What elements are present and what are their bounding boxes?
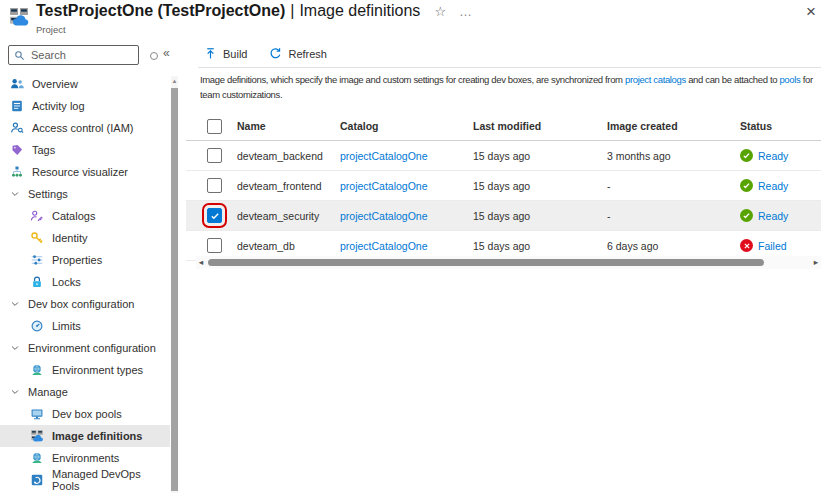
status-link[interactable]: Ready	[758, 150, 788, 162]
more-icon[interactable]: …	[459, 4, 473, 19]
sidebar-item-managed-devops-pools[interactable]: Managed DevOps Pools	[0, 469, 170, 491]
column-header-last-modified[interactable]: Last modified	[473, 120, 607, 132]
row-checkbox-checked[interactable]	[207, 208, 222, 223]
catalog-link[interactable]: projectCatalogOne	[340, 240, 428, 252]
status-link[interactable]: Ready	[758, 180, 788, 192]
circle-icon[interactable]	[150, 52, 158, 60]
chevron-down-icon	[10, 189, 20, 199]
sidebar-item-locks[interactable]: Locks	[0, 271, 170, 293]
row-checkbox[interactable]	[207, 238, 222, 253]
favorite-icon[interactable]: ☆	[434, 4, 446, 19]
cell-name: devteam_frontend	[237, 180, 340, 192]
sidebar-section-label: Environment configuration	[28, 342, 156, 354]
horizontal-scrollbar[interactable]: ◄ ►	[196, 256, 821, 269]
sidebar-item-label: Identity	[52, 232, 87, 244]
column-header-image-created[interactable]: Image created	[607, 120, 740, 132]
column-header-status[interactable]: Status	[740, 120, 821, 132]
collapse-menu-icon[interactable]: «	[163, 46, 170, 60]
project-catalogs-link[interactable]: project catalogs	[625, 74, 686, 85]
sidebar-item-activity-log[interactable]: Activity log	[0, 95, 170, 117]
command-bar: Build Refresh	[204, 40, 327, 67]
globe-icon	[30, 363, 44, 377]
catalog-link[interactable]: projectCatalogOne	[340, 180, 428, 192]
catalog-link[interactable]: projectCatalogOne	[340, 210, 428, 222]
sidebar-item-resource-visualizer[interactable]: Resource visualizer	[0, 161, 170, 183]
refresh-label: Refresh	[288, 48, 327, 60]
column-header-catalog[interactable]: Catalog	[340, 120, 473, 132]
column-header-name[interactable]: Name	[237, 120, 340, 132]
sidebar-item-access-control[interactable]: Access control (IAM)	[0, 117, 170, 139]
blade-description: Image definitions, which specify the ima…	[200, 73, 824, 102]
build-button[interactable]: Build	[204, 47, 247, 60]
sidebar-item-limits[interactable]: Limits	[0, 315, 170, 337]
sidebar-item-label: Image definitions	[52, 430, 142, 442]
search-input[interactable]	[8, 45, 139, 65]
title-separator: |	[290, 2, 294, 19]
sidebar-item-identity[interactable]: Identity	[0, 227, 170, 249]
sidebar-section-dev-box-configuration[interactable]: Dev box configuration	[0, 293, 170, 315]
build-icon	[204, 47, 217, 60]
sidebar-scrollbar-thumb[interactable]	[171, 88, 178, 491]
sidebar-section-settings[interactable]: Settings	[0, 183, 170, 205]
gauge-icon	[30, 319, 44, 333]
table-row[interactable]: devteam_frontend projectCatalogOne 15 da…	[186, 171, 821, 201]
sidebar-section-manage[interactable]: Manage	[0, 381, 170, 403]
page-title-blade: Image definitions	[299, 2, 420, 19]
sidebar-item-label: Environments	[52, 452, 119, 464]
sidebar-section-environment-configuration[interactable]: Environment configuration	[0, 337, 170, 359]
horizontal-scrollbar-track[interactable]	[206, 259, 811, 266]
sidebar-item-label: Activity log	[32, 100, 85, 112]
sidebar-item-tags[interactable]: Tags	[0, 139, 170, 161]
refresh-icon	[269, 47, 282, 60]
image-definitions-table: Name Catalog Last modified Image created…	[186, 112, 821, 261]
status-link[interactable]: Failed	[758, 240, 787, 252]
sidebar-scrollbar[interactable]: ▲	[171, 76, 178, 493]
row-checkbox[interactable]	[207, 148, 222, 163]
select-all-checkbox[interactable]	[207, 119, 222, 134]
nav-list: Overview Activity log Access control (IA…	[0, 73, 170, 491]
cell-image-created: 6 days ago	[607, 240, 740, 252]
project-icon	[8, 6, 30, 28]
image-definitions-icon	[30, 429, 44, 443]
pools-link[interactable]: pools	[779, 74, 800, 85]
status-link[interactable]: Ready	[758, 210, 788, 222]
status-ready-icon	[740, 149, 753, 162]
sidebar-item-environment-types[interactable]: Environment types	[0, 359, 170, 381]
identity-icon	[30, 231, 44, 245]
sidebar-item-image-definitions[interactable]: Image definitions	[0, 425, 170, 447]
search-field[interactable]	[29, 48, 133, 62]
scroll-up-icon[interactable]: ▲	[171, 76, 178, 86]
horizontal-scrollbar-thumb[interactable]	[208, 259, 764, 266]
table-row-selected[interactable]: devteam_security projectCatalogOne 15 da…	[186, 201, 821, 231]
sidebar-item-overview[interactable]: Overview	[0, 73, 170, 95]
sidebar-item-environments[interactable]: Environments	[0, 447, 170, 469]
resource-type-label: Project	[36, 24, 66, 35]
sidebar-item-properties[interactable]: Properties	[0, 249, 170, 271]
cell-last-modified: 15 days ago	[473, 240, 607, 252]
resource-visualizer-icon	[10, 165, 24, 179]
catalogs-icon	[30, 209, 44, 223]
cell-name: devteam_db	[237, 240, 340, 252]
cell-last-modified: 15 days ago	[473, 180, 607, 192]
sidebar-item-catalogs[interactable]: Catalogs	[0, 205, 170, 227]
chevron-down-icon	[10, 387, 20, 397]
scroll-left-icon[interactable]: ◄	[196, 256, 206, 269]
description-text: and can be attached to	[686, 74, 780, 85]
table-row[interactable]: devteam_backend projectCatalogOne 15 day…	[186, 141, 821, 171]
scroll-right-icon[interactable]: ►	[811, 256, 821, 269]
sidebar-section-label: Dev box configuration	[28, 298, 134, 310]
page-header: TestProjectOne (TestProjectOne)|Image de…	[0, 0, 824, 40]
table-header-row: Name Catalog Last modified Image created…	[186, 112, 821, 141]
cell-status: Failed	[740, 239, 821, 252]
cell-name: devteam_security	[237, 210, 340, 222]
status-ready-icon	[740, 209, 753, 222]
refresh-button[interactable]: Refresh	[269, 47, 327, 60]
sidebar-section-label: Settings	[28, 188, 68, 200]
access-control-icon	[10, 121, 24, 135]
sidebar-item-dev-box-pools[interactable]: Dev box pools	[0, 403, 170, 425]
row-checkbox[interactable]	[207, 178, 222, 193]
description-text: Image definitions, which specify the ima…	[200, 74, 625, 85]
catalog-link[interactable]: projectCatalogOne	[340, 150, 428, 162]
close-icon[interactable]: ×	[806, 2, 816, 22]
sidebar-item-label: Locks	[52, 276, 81, 288]
